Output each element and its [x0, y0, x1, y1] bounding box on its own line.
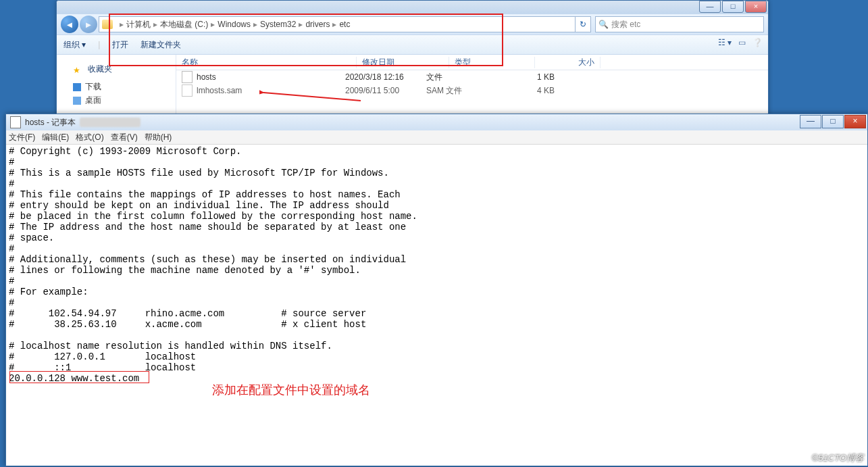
notepad-text-area[interactable]: # Copyright (c) 1993-2009 Microsoft Corp… — [6, 145, 867, 467]
back-button[interactable]: ◄ — [61, 16, 78, 33]
col-date[interactable]: 修改日期 — [357, 57, 449, 68]
open-button[interactable]: 打开 — [112, 39, 128, 51]
notepad-window-buttons: — □ × — [799, 115, 866, 128]
minimize-button[interactable]: — — [800, 115, 821, 128]
annotation-text: 添加在配置文件中设置的域名 — [212, 382, 370, 398]
column-headers[interactable]: 名称 修改日期 类型 大小 — [176, 55, 768, 70]
col-type[interactable]: 类型 — [449, 57, 535, 68]
file-row[interactable]: hosts 2020/3/18 12:16 文件 1 KB — [176, 70, 768, 84]
view-button[interactable]: ☷ ▾ — [718, 38, 732, 47]
explorer-navbar: ◄ ► ▸ 计算机▸ 本地磁盘 (C:)▸ Windows▸ System32▸… — [57, 14, 768, 34]
search-icon: 🔍 — [598, 20, 609, 29]
breadcrumb-item[interactable]: Windows — [218, 20, 251, 29]
file-list: 名称 修改日期 类型 大小 hosts 2020/3/18 12:16 文件 1… — [176, 55, 768, 116]
file-icon — [182, 71, 193, 83]
organize-button[interactable]: 组织 ▾ — [63, 39, 86, 51]
forward-button[interactable]: ► — [80, 16, 97, 33]
breadcrumb-item[interactable]: 本地磁盘 (C:) — [160, 19, 208, 30]
menu-edit[interactable]: 编辑(E) — [42, 132, 69, 143]
col-size[interactable]: 大小 — [535, 57, 601, 68]
folder-icon — [102, 20, 113, 29]
menu-help[interactable]: 帮助(H) — [145, 132, 172, 143]
file-row[interactable]: lmhosts.sam 2009/6/11 5:00 SAM 文件 4 KB — [176, 84, 768, 97]
preview-button[interactable]: ▭ — [738, 38, 746, 47]
download-icon — [73, 83, 81, 91]
close-button[interactable]: × — [844, 115, 866, 128]
explorer-titlebar[interactable]: — □ × — [57, 1, 768, 14]
new-folder-button[interactable]: 新建文件夹 — [141, 39, 181, 51]
explorer-window: — □ × ◄ ► ▸ 计算机▸ 本地磁盘 (C:)▸ Windows▸ Sys… — [56, 0, 769, 116]
nav-downloads[interactable]: 下载 — [73, 81, 170, 93]
notepad-icon — [10, 116, 21, 128]
breadcrumb[interactable]: ▸ 计算机▸ 本地磁盘 (C:)▸ Windows▸ System32▸ dri… — [99, 16, 576, 32]
blurred-region — [80, 118, 141, 127]
nav-pane: ★收藏夹 下载 桌面 — [57, 55, 176, 116]
breadcrumb-item[interactable]: drivers — [305, 20, 330, 29]
help-button[interactable]: ❔ — [752, 38, 763, 47]
search-placeholder: 搜索 etc — [611, 19, 640, 30]
desktop-icon — [73, 97, 81, 105]
nav-desktop[interactable]: 桌面 — [73, 95, 170, 106]
menu-format[interactable]: 格式(O) — [76, 132, 103, 143]
refresh-button[interactable]: ↻ — [576, 16, 591, 32]
favorites-group[interactable]: ★收藏夹 — [73, 61, 170, 79]
window-title: hosts - 记事本 — [25, 117, 76, 128]
breadcrumb-item[interactable]: etc — [339, 20, 350, 29]
notepad-menubar: 文件(F) 编辑(E) 格式(O) 查看(V) 帮助(H) — [6, 130, 867, 145]
watermark: ©51CTO博客 — [812, 452, 864, 464]
star-icon: ★ — [73, 66, 80, 75]
breadcrumb-item[interactable]: System32 — [260, 20, 296, 29]
breadcrumb-item[interactable]: 计算机 — [126, 19, 151, 30]
notepad-titlebar[interactable]: hosts - 记事本 — □ × — [6, 114, 867, 130]
minimize-button[interactable]: — — [699, 1, 721, 13]
file-icon — [182, 84, 193, 97]
col-name[interactable]: 名称 — [176, 57, 357, 68]
explorer-window-buttons: — □ × — [698, 1, 767, 13]
menu-view[interactable]: 查看(V) — [111, 132, 138, 143]
chevron-right-icon: ▸ — [120, 20, 124, 29]
search-input[interactable]: 🔍 搜索 etc — [595, 16, 764, 32]
maximize-button[interactable]: □ — [822, 115, 844, 128]
close-button[interactable]: × — [745, 1, 767, 13]
explorer-toolbar: 组织 ▾ | 打开 新建文件夹 ☷ ▾ ▭ ❔ — [57, 34, 768, 55]
menu-file[interactable]: 文件(F) — [9, 132, 35, 143]
explorer-body: ★收藏夹 下载 桌面 名称 修改日期 类型 大小 hosts 2020/3/18… — [57, 55, 768, 116]
notepad-window: hosts - 记事本 — □ × 文件(F) 编辑(E) 格式(O) 查看(V… — [5, 114, 868, 466]
maximize-button[interactable]: □ — [722, 1, 744, 13]
